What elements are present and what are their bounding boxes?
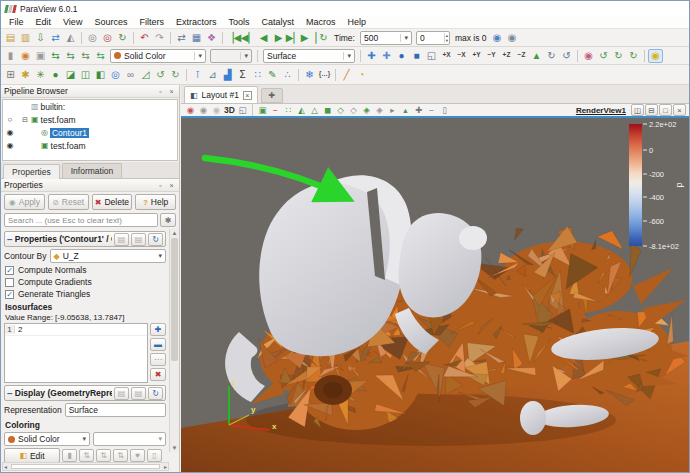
collapse-icon[interactable]: − xyxy=(7,388,13,399)
float-panel-icon[interactable]: ▫ xyxy=(156,181,165,190)
python-calculator-icon[interactable]: ✎ xyxy=(265,68,280,82)
glyph-icon[interactable]: ✱ xyxy=(18,68,33,82)
protractor-icon[interactable]: ◔ xyxy=(354,68,369,82)
edit-color-map-icon[interactable]: ▣ xyxy=(33,49,48,63)
light-kit-toggle-icon[interactable]: ◉ xyxy=(648,49,663,63)
reload-properties-icon[interactable]: ↻ xyxy=(148,233,163,246)
maximize-view-icon[interactable]: □ xyxy=(659,104,672,116)
ruler-icon[interactable]: ╱ xyxy=(339,68,354,82)
fill-range-icon[interactable]: ⋯ xyxy=(150,353,166,366)
hover-points-icon[interactable]: ▴ xyxy=(399,104,412,116)
capture-view-icon[interactable]: ◉ xyxy=(184,104,197,116)
add-value-icon[interactable]: ✚ xyxy=(150,323,166,336)
copy-screenshot-icon[interactable]: ◉ xyxy=(197,104,210,116)
split-vertical-icon[interactable]: ⊟ xyxy=(645,104,658,116)
color-by-combo[interactable]: Solid Color▾ xyxy=(110,49,206,63)
paste-display-icon[interactable]: ▤ xyxy=(131,387,146,400)
previous-frame-icon[interactable]: ◀▏ xyxy=(241,31,256,45)
close-layout-icon[interactable]: × xyxy=(243,91,252,100)
camera-yaw-icon[interactable]: ↻ xyxy=(626,49,641,63)
checkbox-row-compute-gradients[interactable]: Compute Gradients xyxy=(1,276,169,288)
last-frame-icon[interactable]: ▶▕ xyxy=(301,31,316,45)
camera-roll-right-icon[interactable]: ↻ xyxy=(611,49,626,63)
freeze-selection-icon[interactable]: ❄ xyxy=(302,68,317,82)
checkbox[interactable] xyxy=(5,278,14,287)
clip-icon[interactable]: ◪ xyxy=(63,68,78,82)
rotate-90-ccw-icon[interactable]: ↺ xyxy=(559,49,574,63)
color-palette-icon[interactable]: ❖ xyxy=(204,31,219,45)
interactive-select-cells-icon[interactable]: ◈ xyxy=(360,104,373,116)
separate-colormap-icon[interactable]: ♥ xyxy=(130,449,145,462)
representation-field-combo[interactable]: Surface xyxy=(65,403,166,417)
checkbox-row-compute-normals[interactable]: ✓Compute Normals xyxy=(1,264,169,276)
programmable-filter-icon[interactable]: {…} xyxy=(317,68,332,82)
properties-horizontal-scrollbar[interactable]: ◂▸ xyxy=(2,462,169,471)
rescale-data-range-icon[interactable]: ⇅ xyxy=(79,449,94,462)
pipeline-item-testfoam[interactable]: ○⊟▣test.foam xyxy=(3,113,177,126)
slice-icon[interactable]: ◫ xyxy=(78,68,93,82)
rescale-to-custom-range-icon[interactable]: ⇆ xyxy=(63,49,78,63)
menu-filters[interactable]: Filters xyxy=(133,17,170,27)
export-scene-icon[interactable]: ◭ xyxy=(63,31,78,45)
hover-cells-icon[interactable]: ▸ xyxy=(386,104,399,116)
select-points-polygon-icon[interactable]: ◇ xyxy=(347,104,360,116)
connectivity-icon[interactable]: ∞ xyxy=(123,68,138,82)
view-plus-z-icon[interactable]: +Z xyxy=(499,49,514,63)
load-data-icon[interactable]: ⇩ xyxy=(33,31,48,45)
capture-screenshot-icon[interactable]: ⇄ xyxy=(48,31,63,45)
contour-by-combo[interactable]: ◆ U_Z ▾ xyxy=(50,249,166,263)
show-center-axes-icon[interactable]: ▮ xyxy=(3,49,18,63)
plot-over-line-icon[interactable]: ⊿ xyxy=(205,68,220,82)
render-viewport[interactable]: zxy 2.2e+020-200-400-600-8.1e+02 p xyxy=(181,118,689,472)
copy-display-icon[interactable]: ▤ xyxy=(114,387,129,400)
deselect-icon[interactable]: − xyxy=(269,104,282,116)
visibility-toggle-icon[interactable]: ◉ xyxy=(5,141,15,150)
add-layout-tab[interactable]: ✚ xyxy=(261,88,283,103)
color-scale-bar[interactable]: 2.2e+020-200-400-600-8.1e+02 p xyxy=(629,122,687,252)
stream-tracer-icon[interactable]: ↺ xyxy=(153,68,168,82)
delete-all-values-icon[interactable]: ✖ xyxy=(150,368,166,381)
link-views-icon[interactable]: ⇄ xyxy=(174,31,189,45)
play-icon[interactable]: ▶ xyxy=(271,31,286,45)
search-options-icon[interactable]: ✱ xyxy=(160,213,176,227)
close-panel-icon[interactable]: × xyxy=(167,181,176,190)
add-selection-icon[interactable]: ✚ xyxy=(412,104,425,116)
rescale-custom-range-icon[interactable]: ⇅ xyxy=(96,449,111,462)
zoom-to-box-icon[interactable]: ◱ xyxy=(424,49,439,63)
clear-selection-icon[interactable]: ▯ xyxy=(438,104,451,116)
pipeline-item-contour1[interactable]: ◉◎Contour1 xyxy=(3,126,177,139)
time-combo[interactable]: 500▾ xyxy=(360,31,412,45)
view-plus-y-icon[interactable]: +Y xyxy=(469,49,484,63)
particle-tracer-icon[interactable]: ↻ xyxy=(168,68,183,82)
pipeline-item-testfoam[interactable]: ◉▣test.foam xyxy=(3,139,177,152)
representation-combo[interactable]: Surface▾ xyxy=(263,49,355,63)
reset-camera-icon[interactable]: ✚ xyxy=(364,49,379,63)
view-minus-z-icon[interactable]: −Z xyxy=(514,49,529,63)
float-panel-icon[interactable]: ▫ xyxy=(156,87,165,96)
select-cells-through-icon[interactable]: ◭ xyxy=(295,104,308,116)
menu-sources[interactable]: Sources xyxy=(88,17,133,27)
layout-tab[interactable]: ◧ Layout #1 × xyxy=(184,86,258,103)
reset-button[interactable]: ⊘Reset xyxy=(48,194,89,210)
copy-properties-icon[interactable]: ▤ xyxy=(114,233,129,246)
visibility-toggle-icon[interactable]: ◉ xyxy=(5,128,15,137)
camera-undo-icon[interactable]: ◉ xyxy=(210,104,223,116)
pipeline-item-builtin[interactable]: ▥builtin: xyxy=(3,100,177,113)
delete-button[interactable]: ✖Delete xyxy=(92,194,133,210)
search-input[interactable]: Search ... (use Esc to clear text) xyxy=(4,213,158,227)
toggle-2d-3d-icon[interactable]: 3D xyxy=(223,104,236,116)
tab-properties[interactable]: Properties xyxy=(3,164,60,179)
checkbox[interactable]: ✓ xyxy=(5,266,14,275)
remove-value-icon[interactable]: ▬ xyxy=(150,338,166,351)
isosurface-value-row[interactable]: 12 xyxy=(5,324,147,336)
play-backwards-icon[interactable]: ◀ xyxy=(256,31,271,45)
view-minus-x-icon[interactable]: −X xyxy=(454,49,469,63)
expander-icon[interactable]: ⊟ xyxy=(21,116,29,124)
checkbox[interactable]: ✓ xyxy=(5,290,14,299)
zoom-to-data-icon[interactable]: ◉ xyxy=(490,31,505,45)
plot-selection-over-time-icon[interactable]: ∷ xyxy=(250,68,265,82)
isosurface-value-list[interactable]: 12 xyxy=(4,323,148,383)
first-frame-icon[interactable]: ▕◀ xyxy=(226,31,241,45)
properties-vertical-scrollbar[interactable]: ▲▼ xyxy=(169,229,179,452)
select-cells-polygon-icon[interactable]: ◇ xyxy=(334,104,347,116)
